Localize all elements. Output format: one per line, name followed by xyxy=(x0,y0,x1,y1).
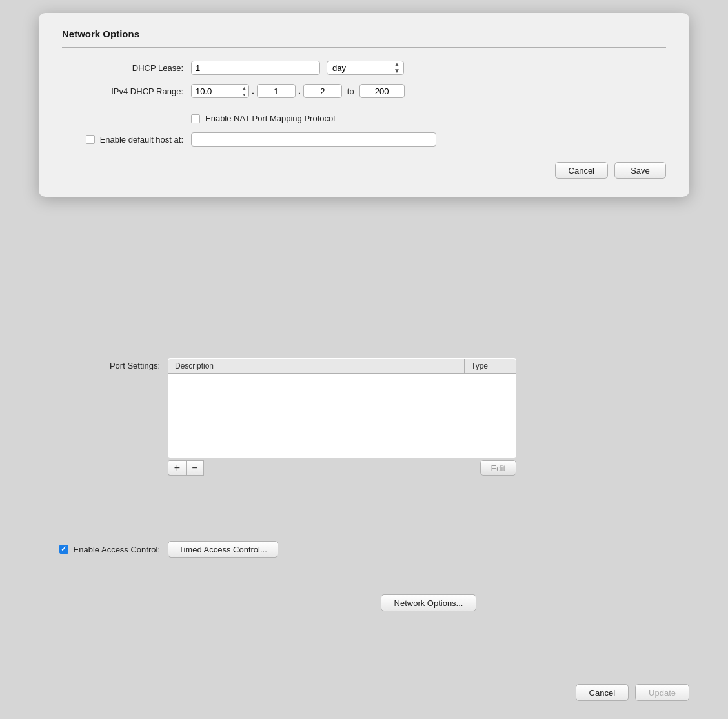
modal-save-button[interactable]: Save xyxy=(614,162,666,179)
ipv4-dhcp-range-row: IPv4 DHCP Range: ▲ ▼ . . to xyxy=(62,84,666,98)
nat-label-text: Enable NAT Port Mapping Protocol xyxy=(205,114,335,123)
modal-divider xyxy=(62,47,666,48)
timed-access-button[interactable]: Timed Access Control... xyxy=(168,541,278,558)
ipv4-part1-stepper: ▲ ▼ xyxy=(191,84,249,98)
port-description-header: Description xyxy=(168,359,465,374)
dhcp-lease-row: DHCP Lease: day hour minute ▲ ▼ xyxy=(62,61,666,75)
ipv4-down-button[interactable]: ▼ xyxy=(241,91,248,97)
modal-cancel-button[interactable]: Cancel xyxy=(555,162,608,179)
edit-port-button[interactable]: Edit xyxy=(480,460,516,476)
modal-card: Network Options DHCP Lease: day hour min… xyxy=(39,13,689,197)
port-settings-label: Port Settings: xyxy=(39,358,168,370)
access-control-label-wrapper: Enable Access Control: xyxy=(39,545,168,554)
dhcp-unit-select[interactable]: day hour minute xyxy=(327,61,404,75)
ipv4-stepper-buttons: ▲ ▼ xyxy=(241,85,248,97)
dot-separator-2: . xyxy=(298,86,301,96)
default-host-input[interactable] xyxy=(191,132,436,147)
access-control-checkbox[interactable] xyxy=(59,545,68,554)
default-host-checkbox[interactable] xyxy=(86,135,95,144)
network-options-row: Network Options... xyxy=(168,594,689,611)
bottom-update-button: Update xyxy=(635,684,689,701)
add-port-button[interactable]: + xyxy=(168,460,186,476)
dot-separator-1: . xyxy=(252,86,254,96)
port-table-body xyxy=(168,374,516,458)
port-settings-section: Port Settings: Description Type + − Edit xyxy=(39,358,689,476)
modal-buttons-row: Cancel Save xyxy=(62,162,666,179)
ipv4-up-button[interactable]: ▲ xyxy=(241,85,248,91)
ipv4-part2-input[interactable] xyxy=(257,84,296,98)
default-host-label[interactable]: Enable default host at: xyxy=(62,135,191,145)
ipv4-label: IPv4 DHCP Range: xyxy=(62,86,191,96)
nat-checkbox[interactable] xyxy=(191,114,200,123)
modal-title: Network Options xyxy=(62,28,666,39)
table-controls: + − Edit xyxy=(168,460,516,476)
dhcp-lease-label: DHCP Lease: xyxy=(62,63,191,73)
access-control-row: Enable Access Control: Timed Access Cont… xyxy=(39,541,689,558)
nat-checkbox-row: Enable NAT Port Mapping Protocol xyxy=(191,114,666,123)
default-host-label-text: Enable default host at: xyxy=(100,135,183,145)
dhcp-unit-wrapper: day hour minute ▲ ▼ xyxy=(327,61,404,75)
default-host-row: Enable default host at: xyxy=(62,132,666,147)
port-type-header: Type xyxy=(465,359,516,374)
network-options-button[interactable]: Network Options... xyxy=(381,594,477,611)
nat-checkbox-label[interactable]: Enable NAT Port Mapping Protocol xyxy=(191,114,335,123)
remove-port-button[interactable]: − xyxy=(186,460,204,476)
dhcp-lease-input[interactable] xyxy=(191,61,320,75)
access-control-label-text: Enable Access Control: xyxy=(74,545,160,554)
ipv4-end-input[interactable] xyxy=(359,84,405,98)
port-table-wrapper: Description Type + − Edit xyxy=(168,358,516,476)
port-settings-table: Description Type xyxy=(168,358,516,458)
to-label: to xyxy=(347,86,354,96)
bottom-buttons: Cancel Update xyxy=(576,684,689,701)
ipv4-part3-input[interactable] xyxy=(303,84,342,98)
bottom-cancel-button[interactable]: Cancel xyxy=(576,684,629,701)
